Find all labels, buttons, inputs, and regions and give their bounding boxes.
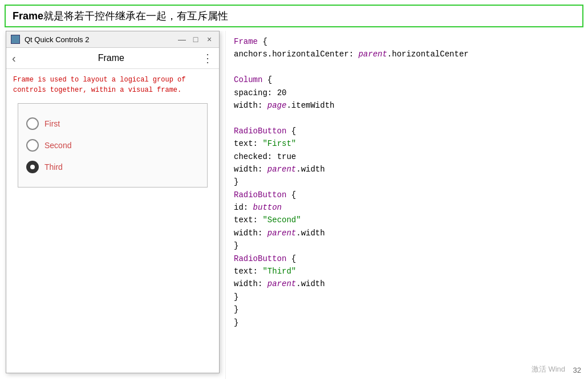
radio-label: Third — [44, 162, 63, 172]
code-line: text: "Third" — [234, 265, 580, 278]
code-line: RadioButton { — [234, 189, 580, 201]
qt-window: Qt Quick Controls 2 — □ × ‹ Frame ⋮ Fram… — [6, 31, 220, 373]
app-content: Frame is used to layout a logical group … — [6, 69, 219, 373]
radio-item[interactable]: Third — [26, 156, 199, 178]
description-text: Frame is used to layout a logical group … — [13, 75, 212, 95]
radio-circle — [26, 161, 39, 173]
radio-label: First — [44, 119, 60, 128]
qt-titlebar: Qt Quick Controls 2 — □ × — [6, 31, 219, 48]
code-line: } — [234, 303, 580, 316]
annotation-text: 就是将若干控件继承在一起，有互斥属性 — [43, 10, 228, 22]
qt-window-title: Qt Quick Controls 2 — [25, 35, 172, 44]
code-line: id: button — [234, 201, 580, 214]
radio-circle — [26, 117, 39, 130]
code-line: } — [234, 291, 580, 303]
annotation-highlight: Frame — [13, 10, 43, 22]
code-line: text: "First" — [234, 137, 580, 150]
radio-circle — [26, 139, 39, 152]
code-line: text: "Second" — [234, 214, 580, 226]
code-line — [234, 112, 580, 124]
code-line: spacing: 20 — [234, 87, 580, 99]
qt-app-icon — [11, 35, 20, 44]
back-button[interactable]: ‹ — [12, 52, 21, 65]
code-line: } — [234, 316, 580, 329]
code-line: width: page.itemWidth — [234, 99, 580, 112]
code-line: RadioButton { — [234, 252, 580, 265]
close-button[interactable]: × — [204, 34, 214, 44]
watermark-text: 激活 Wind — [532, 364, 565, 374]
code-line: width: parent.width — [234, 278, 580, 290]
left-panel: Qt Quick Controls 2 — □ × ‹ Frame ⋮ Fram… — [0, 31, 225, 379]
window-controls: — □ × — [177, 34, 214, 44]
code-panel: Frame {anchors.horizontalCenter: parent.… — [225, 31, 588, 379]
main-content: Qt Quick Controls 2 — □ × ‹ Frame ⋮ Fram… — [0, 31, 588, 379]
code-line: } — [234, 176, 580, 188]
code-line: Column { — [234, 74, 580, 86]
minimize-button[interactable]: — — [177, 34, 187, 44]
radio-label: Second — [44, 141, 71, 150]
code-line: RadioButton { — [234, 125, 580, 137]
restore-button[interactable]: □ — [190, 34, 201, 44]
code-line: width: parent.width — [234, 227, 580, 239]
app-title: Frame — [21, 53, 202, 63]
more-menu-button[interactable]: ⋮ — [202, 51, 213, 65]
code-line: } — [234, 239, 580, 252]
code-view: Frame {anchors.horizontalCenter: parent.… — [234, 35, 580, 329]
frame-container: FirstSecondThird — [18, 103, 208, 188]
code-line — [234, 61, 580, 74]
code-line: Frame { — [234, 35, 580, 48]
code-line: width: parent.width — [234, 163, 580, 176]
annotation-bar: Frame就是将若干控件继承在一起，有互斥属性 — [5, 5, 583, 27]
page-number: 32 — [573, 366, 581, 374]
radio-item[interactable]: Second — [26, 135, 199, 156]
code-line: anchors.horizontalCenter: parent.horizon… — [234, 48, 580, 60]
radio-item[interactable]: First — [26, 113, 199, 135]
app-toolbar: ‹ Frame ⋮ — [6, 48, 219, 69]
code-line: checked: true — [234, 150, 580, 163]
